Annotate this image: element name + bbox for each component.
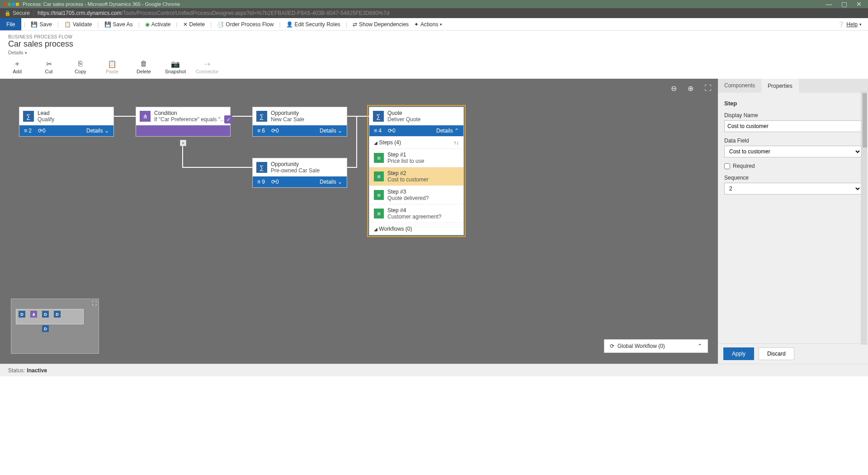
zoom-in-icon[interactable]: ⊕ [688, 84, 693, 93]
expand-icon[interactable]: ⛶ [92, 300, 97, 306]
help-icon: ❔ [838, 21, 844, 28]
stage-quote[interactable]: ∑ QuoteDeliver Quote ≡ 4⟳0 Details ⌃ ◢ S… [369, 107, 464, 235]
refresh-icon: ⟳0 [388, 128, 396, 134]
tab-components[interactable]: Components [718, 79, 761, 93]
apply-button[interactable]: Apply [723, 347, 754, 360]
step-item[interactable]: ≡ Step #4Customer agreement? [369, 204, 463, 223]
toolbar-add[interactable]: ＋Add [8, 59, 26, 74]
delete-icon: ✕ [183, 21, 188, 28]
required-label: Required [733, 163, 755, 169]
details-toggle[interactable]: Details ⌄ [320, 179, 342, 185]
stage-condition[interactable]: ⋔ ConditionIf "Car Preference" equals "N… [136, 107, 231, 137]
step-item[interactable]: ≡ Step #3Quote delivered? [369, 185, 463, 204]
stage-opportunity-new[interactable]: ∑ OpportunityNew Car Sale ≡ 6⟳0 Details … [252, 107, 347, 137]
connector-line [356, 116, 357, 168]
save-as-icon: 💾 [104, 21, 111, 28]
toolbar: ＋Add ✂Cut ⎘Copy 📋Paste 🗑Delete 📷Snapshot… [0, 56, 868, 79]
stage-lead[interactable]: ∑ LeadQualify ≡ 2⟳0 Details ⌄ [19, 107, 114, 137]
details-toggle[interactable]: Details ⌄ [86, 128, 109, 134]
workflow-icon: ⟳ [610, 343, 614, 349]
data-field-select[interactable]: Cost to customer [724, 146, 862, 157]
workflows-section-header[interactable]: ◢ Workflows (0) [369, 223, 463, 235]
paste-icon: 📋 [108, 59, 117, 69]
tab-properties[interactable]: Properties [761, 79, 799, 93]
canvas-tools: ⊖ ⊕ ⛶ [671, 84, 712, 93]
copy-icon: ⎘ [78, 59, 83, 69]
list-icon: ≡ 9 [257, 179, 265, 185]
refresh-icon: ⟳0 [271, 128, 279, 134]
connector-line [182, 167, 252, 168]
validate-icon: 📋 [64, 21, 71, 28]
scrollbar-thumb[interactable] [863, 93, 867, 147]
save-icon: 💾 [31, 21, 38, 28]
stage-icon: ∑ [373, 111, 384, 122]
breadcrumb: BUSINESS PROCESS FLOW [8, 34, 860, 39]
menu-bar: File | 💾Save | 📋Validate | 💾Save As | ◉A… [0, 18, 868, 31]
menu-save-as[interactable]: 💾Save As [104, 21, 133, 28]
page-title: Car sales process [8, 39, 860, 49]
cut-icon: ✂ [46, 59, 52, 69]
chevron-up-icon: ⌃ [454, 128, 459, 134]
menu-delete[interactable]: ✕Delete [183, 21, 205, 28]
menu-order-process-flow[interactable]: 📑Order Process Flow [217, 21, 274, 28]
stage-opportunity-preowned[interactable]: ∑ OpportunityPre-owned Car Sale ≡ 9⟳0 De… [252, 158, 347, 188]
menu-save[interactable]: 💾Save [31, 21, 52, 28]
toolbar-copy[interactable]: ⎘Copy [71, 59, 90, 74]
zoom-out-icon[interactable]: ⊖ [671, 84, 677, 93]
properties-section-title: Step [724, 100, 862, 107]
reorder-arrows-icon[interactable]: ↑↓ [454, 140, 459, 145]
close-branch-icon[interactable]: ✕ [180, 140, 186, 146]
list-icon: ≡ 4 [374, 128, 382, 134]
connector-line [347, 116, 369, 117]
steps-section-header[interactable]: ◢ Steps (4) ↑↓ [369, 136, 463, 148]
close-icon[interactable]: ✕ [856, 0, 862, 8]
actions-icon: ✦ [414, 21, 419, 28]
menu-validate[interactable]: 📋Validate [64, 21, 92, 28]
details-toggle[interactable]: Details ⌃ [436, 128, 459, 134]
side-panel: Components Properties Step Display Name … [718, 79, 868, 364]
status-bar: Status: Inactive [0, 364, 868, 376]
step-icon: ≡ [374, 171, 384, 181]
global-workflow-bar[interactable]: ⟳ Global Workflow (0) ⌃ [604, 339, 708, 353]
menu-file[interactable]: File [0, 18, 21, 30]
step-icon: ≡ [374, 153, 384, 163]
refresh-icon: ⟳0 [38, 128, 46, 134]
connector-line [347, 167, 357, 168]
list-icon: ≡ 2 [24, 128, 32, 134]
required-checkbox[interactable] [724, 163, 730, 169]
toolbar-paste: 📋Paste [103, 59, 121, 74]
lock-icon: 🔒 [5, 10, 11, 16]
minimap[interactable]: ⛶ D ⋔ D D D [11, 299, 99, 354]
menu-activate[interactable]: ◉Activate [145, 21, 171, 28]
details-toggle[interactable]: Details ▾ [8, 50, 860, 55]
toolbar-snapshot[interactable]: 📷Snapshot [166, 59, 184, 74]
url-display[interactable]: https://trial1705.crm.dynamics.com/Tools… [38, 10, 389, 16]
page-header: BUSINESS PROCESS FLOW Car sales process … [0, 31, 868, 56]
chevron-down-icon: ⌄ [104, 128, 109, 134]
toolbar-delete[interactable]: 🗑Delete [135, 59, 153, 74]
step-item-selected[interactable]: ≡ Step #2Cost to customer [369, 167, 463, 185]
chevron-down-icon: ⌄ [338, 128, 342, 134]
step-item[interactable]: ≡ Step #1Price list to use [369, 148, 463, 167]
sequence-select[interactable]: 2 [724, 183, 862, 195]
address-bar: 🔒 Secure https://trial1705.crm.dynamics.… [0, 8, 868, 18]
camera-icon: 📷 [171, 59, 180, 69]
display-name-input[interactable] [724, 120, 862, 132]
menu-edit-security-roles[interactable]: 👤Edit Security Roles [286, 21, 340, 28]
fit-screen-icon[interactable]: ⛶ [704, 84, 712, 93]
maximize-icon[interactable]: ▢ [841, 0, 847, 8]
dropdown-icon: ▾ [440, 22, 442, 27]
chevron-down-icon: ▾ [25, 51, 27, 55]
discard-button[interactable]: Discard [759, 347, 794, 360]
toolbar-cut[interactable]: ✂Cut [40, 59, 58, 74]
status-value: Inactive [27, 367, 47, 374]
display-name-label: Display Name [724, 112, 862, 119]
menu-show-dependencies[interactable]: ⇄Show Dependencies [353, 21, 409, 28]
menu-actions[interactable]: ✦Actions▾ [414, 21, 442, 28]
menu-help[interactable]: ❔Help▾ [838, 21, 862, 28]
minimize-icon[interactable]: — [826, 0, 832, 8]
process-canvas[interactable]: ⊖ ⊕ ⛶ ∑ LeadQualify ≡ 2⟳0 Details ⌄ ⋔ [0, 79, 718, 364]
deps-icon: ⇄ [353, 21, 357, 28]
details-toggle[interactable]: Details ⌄ [320, 128, 342, 134]
chevron-up-icon: ⌃ [698, 343, 702, 349]
